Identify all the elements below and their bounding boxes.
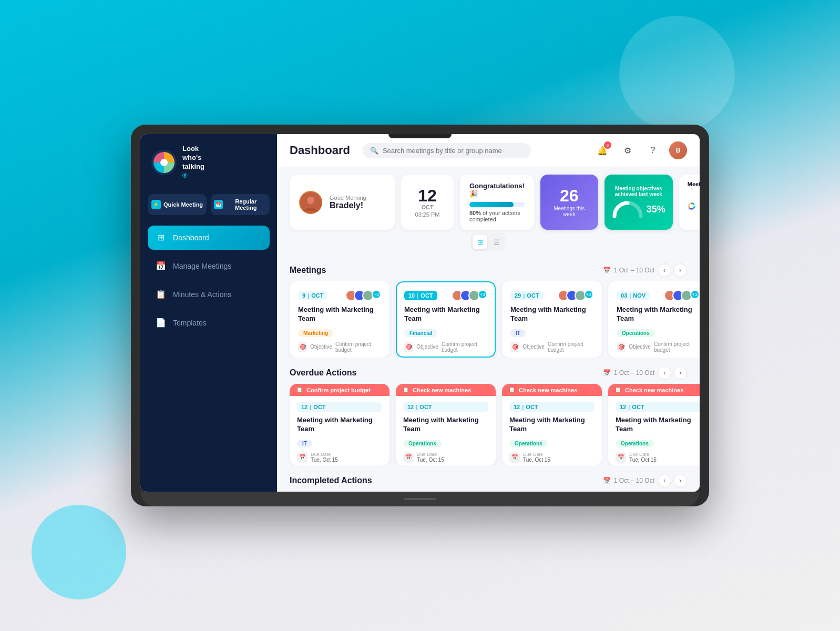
incompleted-nav-arrows: ‹ › <box>658 474 687 487</box>
overdue-date-2: 12 | OCT <box>403 402 488 412</box>
search-input[interactable] <box>383 147 524 155</box>
date-number: 12 <box>418 187 437 204</box>
templates-icon: 📄 <box>155 317 167 329</box>
card-tag: Marketing <box>298 329 333 337</box>
objective-label-2: Objective <box>416 344 438 350</box>
quick-meeting-button[interactable]: ⚡ Quick Meeting <box>148 194 207 215</box>
card-objective-2: 🎯 Objective Confirm project budget <box>404 341 487 353</box>
search-bar[interactable]: 🔍 <box>363 143 531 158</box>
settings-button[interactable]: ⚙ <box>619 141 637 159</box>
incompleted-prev-button[interactable]: ‹ <box>658 474 671 487</box>
overdue-due-4: 📅 Due Date Tue, Oct 15 <box>616 452 700 463</box>
sidebar-item-dashboard[interactable]: ⊞ Dashboard <box>148 226 270 250</box>
notification-button[interactable]: 🔔 9 <box>593 141 611 159</box>
overdue-due-1: 📅 Due Date Tue, Oct 15 <box>297 452 382 463</box>
dashboard-icon: ⊞ <box>155 232 167 243</box>
overdue-date-3: 12 | OCT <box>509 402 595 412</box>
meeting-card-1[interactable]: 9 | OCT +3 Meeting with Marketing Team M… <box>290 281 390 358</box>
overdue-prev-button[interactable]: ‹ <box>658 366 671 380</box>
overdue-title-4: Meeting with Marketing Team <box>616 416 700 434</box>
svg-point-8 <box>690 205 693 208</box>
meetings-section-header: Meetings 📅 1 Oct – 10 Oct ‹ › <box>277 255 700 281</box>
quick-buttons-row: ⚡ Quick Meeting 📅 Regular Meeting <box>148 194 270 215</box>
overdue-banner-2: 📋 Check new machines <box>396 384 496 396</box>
overdue-card-2[interactable]: 📋 Check new machines 12 | OCT Meeting wi… <box>396 384 496 465</box>
card-avatars-3: +3 <box>558 290 593 301</box>
objective-value-3: Confirm project budget <box>548 341 593 353</box>
user-avatar[interactable]: B <box>669 141 687 159</box>
overdue-banner-3: 📋 Check new machines <box>502 384 602 396</box>
overdue-tag-1: IT <box>297 440 312 447</box>
meeting-card-2[interactable]: 10 | OCT +3 Meeting with Marketing Team … <box>396 281 496 358</box>
objective-label-4: Objective <box>629 344 651 350</box>
progress-text: 80% of your actions completed <box>469 210 525 222</box>
main-content: Dashboard 🔍 🔔 9 ⚙ ? B <box>277 134 700 492</box>
welcome-cards-row: Good Morning Bradely! 12 OCT 03:25 PM Go… <box>277 167 700 230</box>
sidebar-item-manage-meetings[interactable]: 📅 Manage Meetings <box>148 254 270 278</box>
meetings-next-button[interactable]: › <box>673 263 687 277</box>
card-title: Meeting with Marketing Team <box>298 306 381 323</box>
meetings-date-range: 📅 1 Oct – 10 Oct ‹ › <box>603 263 687 277</box>
overdue-banner-icon-3: 📋 <box>508 386 516 393</box>
meetings-this-week-card: 26 Meetings this week <box>540 175 598 230</box>
svg-point-3 <box>307 197 314 204</box>
list-view-button[interactable]: ☰ <box>489 235 504 249</box>
overdue-banner-text-1: Confirm project budget <box>306 387 371 393</box>
overdue-next-button[interactable]: › <box>673 366 687 380</box>
card-title-4: Meeting with Marketing Team <box>617 306 700 323</box>
overdue-title-1: Meeting with Marketing Team <box>297 416 382 434</box>
grid-view-button[interactable]: ⊞ <box>473 235 487 249</box>
meeting-card-4[interactable]: 03 | NOV +3 Meeting with Marketing Team … <box>608 281 700 358</box>
overdue-card-1[interactable]: 📋 Confirm project budget 12 | OCT Meetin… <box>290 384 390 465</box>
sidebar-item-templates[interactable]: 📄 Templates <box>148 311 270 335</box>
trackpad-indicator <box>404 498 436 500</box>
progress-bar-fill <box>469 202 514 207</box>
overdue-tag-3: Operations <box>509 440 548 447</box>
objective-icon-3: 🎯 <box>510 342 519 352</box>
overdue-card-3[interactable]: 📋 Check new machines 12 | OCT Meeting wi… <box>502 384 602 465</box>
card-day-3: 29 <box>515 292 521 299</box>
svg-point-1 <box>160 159 168 166</box>
top-icons: 🔔 9 ⚙ ? B <box>593 141 687 159</box>
card-objective-4: 🎯 Objective Confirm project budget <box>617 341 700 353</box>
card-day-4: 03 <box>621 292 627 299</box>
view-toggle-wrap: ⊞ ☰ <box>277 230 700 255</box>
incompleted-section-title: Incompleted Actions <box>290 476 372 485</box>
overdue-banner-1: 📋 Confirm project budget <box>290 384 390 396</box>
meetings-grid: 9 | OCT +3 Meeting with Marketing Team M… <box>277 281 700 358</box>
overdue-banner-text-4: Check new machines <box>625 387 683 393</box>
overdue-section-header: Overdue Actions 📅 1 Oct – 10 Oct ‹ › <box>277 358 700 384</box>
card-date-badge: 9 | OCT <box>298 291 327 300</box>
overdue-date-range: 📅 1 Oct – 10 Oct ‹ › <box>603 366 687 380</box>
overdue-card-4[interactable]: 📋 Check new machines 12 | OCT Meeting wi… <box>608 384 700 465</box>
top-bar: Dashboard 🔍 🔔 9 ⚙ ? B <box>277 134 700 167</box>
help-button[interactable]: ? <box>644 141 662 159</box>
objectives-title: Meeting objectives achieved last week <box>613 186 664 197</box>
incompleted-next-button[interactable]: › <box>673 474 687 487</box>
meetings-by-group-title: Meetings by group <box>688 181 700 187</box>
logo-text: Look who's talking® <box>182 145 204 180</box>
overdue-banner-4: 📋 Check new machines <box>608 384 700 396</box>
date-time: 03:25 PM <box>415 211 439 218</box>
card-date-badge-4: 03 | NOV <box>617 291 650 300</box>
sidebar-item-minutes-actions[interactable]: 📋 Minutes & Actions <box>148 282 270 307</box>
card-day-2: 10 <box>408 292 415 299</box>
meeting-card-3[interactable]: 29 | OCT +3 Meeting with Marketing Team … <box>502 281 602 358</box>
card-avatars: +3 <box>345 290 381 301</box>
page-title: Dashboard <box>290 144 350 157</box>
congrats-title: Gongratulations! 🎉 <box>469 182 525 198</box>
objective-value-2: Confirm project budget <box>442 341 487 353</box>
overdue-body-1: 12 | OCT Meeting with Marketing Team IT … <box>290 396 390 465</box>
due-label-4: Due Date <box>629 452 657 457</box>
card-objective: 🎯 Objective Confirm project budget <box>298 341 381 353</box>
overdue-title-2: Meeting with Marketing Team <box>403 416 488 434</box>
overdue-tag-4: Operations <box>616 440 654 447</box>
laptop-screen: Look who's talking® ⚡ Quick Meeting 📅 Re… <box>140 134 700 492</box>
welcome-avatar <box>299 191 322 214</box>
card-month: OCT <box>311 292 323 299</box>
overdue-body-3: 12 | OCT Meeting with Marketing Team Ope… <box>502 396 602 465</box>
avatar-count: +3 <box>372 290 381 299</box>
regular-meeting-button[interactable]: 📅 Regular Meeting <box>211 194 270 215</box>
meetings-prev-button[interactable]: ‹ <box>658 263 671 277</box>
overdue-due-3: 📅 Due Date Tue, Oct 15 <box>509 452 595 463</box>
